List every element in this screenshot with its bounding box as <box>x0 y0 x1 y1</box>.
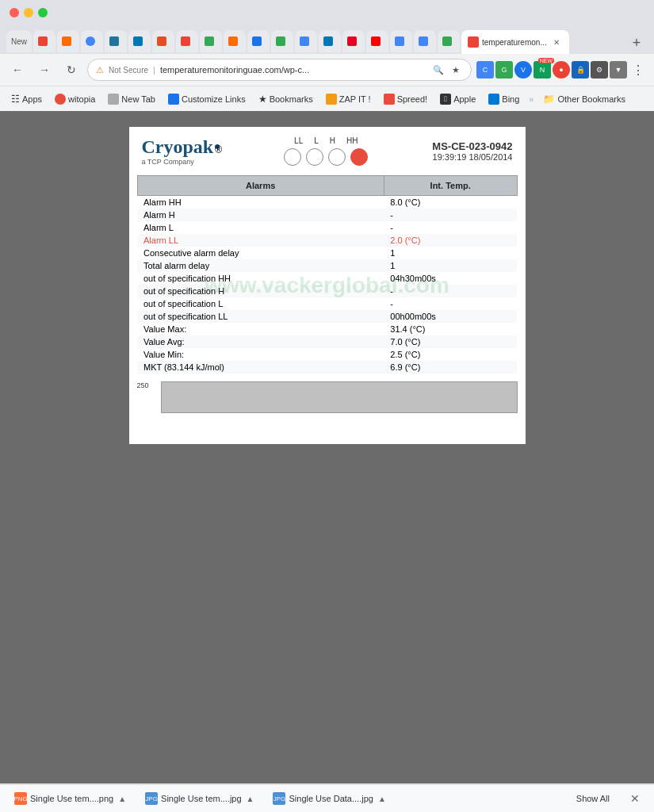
download-chevron-3[interactable]: ▲ <box>378 795 386 803</box>
nav-bar: ← → ↻ ⚠ Not Secure | temperaturemonitori… <box>0 54 654 86</box>
table-cell-value: - <box>384 285 517 297</box>
bookmark-newtab[interactable]: New Tab <box>103 91 160 107</box>
table-cell-value: 00h00m00s <box>384 310 517 323</box>
tab-yi-favicon <box>371 36 381 46</box>
ext-icon-4[interactable]: ● <box>553 61 570 79</box>
tab-s2[interactable] <box>319 30 341 52</box>
bookmark-spreed[interactable]: Spreed! <box>379 91 433 107</box>
tab-gmail[interactable] <box>33 30 55 52</box>
tab-g2-favicon <box>442 36 452 46</box>
close-window-btn[interactable] <box>10 8 19 17</box>
show-all-button[interactable]: Show All <box>570 792 616 805</box>
url-bar[interactable]: ⚠ Not Secure | temperaturemonitoringuae.… <box>87 59 472 81</box>
table-cell-label: Value Max: <box>137 323 384 335</box>
minimize-window-btn[interactable] <box>24 8 33 17</box>
bookmark-other[interactable]: 📁 Other Bookmarks <box>538 91 630 107</box>
table-cell-value: 8.0 (°C) <box>384 196 517 209</box>
download-item-1[interactable]: PNG Single Use tem....png ▲ <box>10 791 131 806</box>
tab-c-favicon <box>86 36 95 46</box>
alarm-indicators: LL L H HH <box>284 136 368 166</box>
download-name-1: Single Use tem....png <box>30 794 113 803</box>
download-icon-3: JPG <box>273 792 285 805</box>
table-cell-label: out of specification LL <box>137 310 384 323</box>
ext-icon-7[interactable]: ▼ <box>610 61 627 79</box>
cryopak-name: Cryopak <box>142 136 214 158</box>
tab-active-close[interactable]: ✕ <box>550 36 563 48</box>
bookmark-star-icon[interactable]: ★ <box>449 63 463 77</box>
ext-icon-5[interactable]: 🔒 <box>572 61 589 79</box>
ext-icon-3[interactable]: V <box>514 61 532 79</box>
tab-ci[interactable] <box>390 30 412 52</box>
table-row: Value Avg:7.0 (°C) <box>137 335 517 348</box>
tab-yi[interactable] <box>366 30 388 52</box>
bookmark-bing[interactable]: Bing <box>484 91 524 107</box>
url-text[interactable]: temperaturemonitoringuae.com/wp-c... <box>160 65 426 75</box>
bookmark-customize[interactable]: Customize Links <box>163 91 251 107</box>
cryopak-sub: a TCP Company <box>142 158 220 166</box>
menu-button[interactable]: ⋮ <box>629 63 648 78</box>
tab-w[interactable] <box>105 30 127 52</box>
tab-g2[interactable] <box>438 30 460 52</box>
new-tab-button[interactable]: + <box>625 32 648 54</box>
tab-1[interactable] <box>224 30 246 52</box>
table-cell-value: - <box>384 209 517 221</box>
tab-ti[interactable] <box>176 30 198 52</box>
tab-wn[interactable] <box>295 30 317 52</box>
maximize-window-btn[interactable] <box>38 8 48 17</box>
ext-icon-2[interactable]: G <box>495 61 513 79</box>
back-button[interactable]: ← <box>6 59 29 81</box>
refresh-button[interactable]: ↻ <box>60 59 82 81</box>
bookmark-zapit[interactable]: ZAP IT ! <box>321 91 376 107</box>
tab-pi[interactable] <box>342 30 365 52</box>
download-chevron-2[interactable]: ▲ <box>247 795 254 803</box>
ext-icon-1[interactable]: C <box>476 61 494 79</box>
ext-icon-6[interactable]: ⚙ <box>591 61 608 79</box>
bookmark-apps[interactable]: ☷ Apps <box>6 91 47 107</box>
download-item-2[interactable]: JPG Single Use tem....jpg ▲ <box>140 791 258 806</box>
table-cell-value: 04h30m00s <box>384 272 517 285</box>
ind-label-h: H <box>330 136 335 145</box>
tab-new[interactable]: New <box>6 30 32 52</box>
download-name-3: Single Use Data....jpg <box>289 794 373 803</box>
ext-icon-new[interactable]: NNEW <box>534 61 551 79</box>
search-icon[interactable]: 🔍 <box>431 63 446 77</box>
tab-e[interactable] <box>200 30 222 52</box>
bookmark-apple[interactable]:  Apple <box>435 91 480 107</box>
table-cell-value: 1 <box>384 259 517 272</box>
tab-li-favicon <box>133 36 143 46</box>
extension-icons: C G V NNEW ● 🔒 ⚙ ▼ ⋮ <box>476 61 648 79</box>
table-cell-value: 7.0 (°C) <box>384 335 517 348</box>
indicator-h <box>328 148 346 166</box>
url-action-icons: 🔍 ★ <box>431 63 463 77</box>
tab-p[interactable] <box>152 30 174 52</box>
download-item-3[interactable]: JPG Single Use Data....jpg ▲ <box>268 791 390 806</box>
table-cell-label: Alarm HH <box>137 196 384 209</box>
table-cell-value: 6.9 (°C) <box>384 361 517 373</box>
close-downloads-button[interactable]: ✕ <box>625 791 644 806</box>
forward-button[interactable]: → <box>33 59 55 81</box>
not-secure-icon: ⚠ <box>96 65 104 75</box>
bookmark-zapit-label: ZAP IT ! <box>339 94 371 104</box>
table-cell-label: Total alarm delay <box>137 259 384 272</box>
tab-active[interactable]: temperaturemon... ✕ <box>461 30 569 54</box>
download-chevron-1[interactable]: ▲ <box>118 795 126 803</box>
bookmark-customize-label: Customize Links <box>182 94 246 104</box>
bookmark-newtab-label: New Tab <box>121 94 155 104</box>
bookmark-bookmarks[interactable]: ★ Bookmarks <box>254 91 318 107</box>
bookmark-bookmarks-label: Bookmarks <box>270 94 313 104</box>
tab-w-favicon <box>109 36 119 46</box>
tab-u[interactable] <box>247 30 270 52</box>
bookmark-witopia[interactable]: witopia <box>50 91 100 107</box>
indicator-labels: LL L H HH <box>294 136 358 145</box>
tabs-container: New <box>6 30 624 54</box>
table-cell-value: - <box>384 221 517 234</box>
tab-t-favicon <box>62 36 71 46</box>
tab-s1[interactable] <box>271 30 293 52</box>
table-header-alarms: Alarms <box>137 176 384 196</box>
tab-li[interactable] <box>128 30 151 52</box>
tab-c[interactable] <box>81 30 103 52</box>
tab-t[interactable] <box>57 30 79 52</box>
tab-active-label: temperaturemon... <box>482 38 547 47</box>
table-cell-value: 2.0 (°C) <box>384 234 517 247</box>
tab-g1[interactable] <box>414 30 436 52</box>
